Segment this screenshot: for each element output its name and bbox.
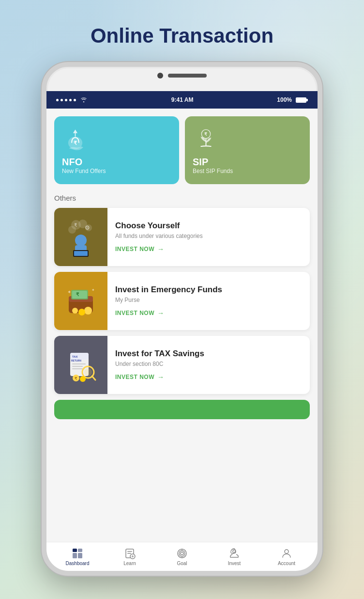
tax-savings-content: Invest for TAX Savings Under section 80C… [107,336,212,394]
svg-text:RETURN: RETURN [71,359,81,362]
nfo-card[interactable]: ₹ NFO New Fund Offers [54,116,179,184]
nfo-subtitle: New Fund Offers [62,168,106,174]
svg-text:₹: ₹ [74,140,77,146]
status-bar: 9:41 AM 100% [46,91,318,109]
svg-text:✦: ✦ [67,289,71,295]
list-item[interactable]: TAX RETURN ₹ [54,336,310,394]
svg-point-5 [75,235,87,246]
svg-text:₹: ₹ [204,132,207,137]
svg-point-20 [84,307,92,315]
svg-rect-41 [78,553,82,558]
svg-point-48 [181,552,183,555]
invest-now-label-3: INVEST NOW [115,374,154,380]
tax-savings-desc: Under section 80C [115,361,204,367]
svg-text:₹: ₹ [76,292,79,297]
choose-yourself-title: Choose Yourself [115,221,203,231]
emergency-funds-image: ₹ ✦ ✦ [54,272,107,330]
account-label: Account [278,561,295,566]
invest-label: Invest [228,561,241,566]
top-cards-row: ₹ NFO New Fund Offers [54,116,310,184]
svg-rect-8 [74,251,88,256]
emergency-funds-invest-btn[interactable]: INVEST NOW → [115,309,222,317]
nfo-icon: ₹ [62,126,89,153]
svg-point-21 [78,309,85,315]
signal-dot-4 [69,99,72,101]
signal-dot-2 [61,99,63,101]
svg-point-47 [179,551,185,556]
scroll-content[interactable]: ₹ NFO New Fund Offers [46,109,318,542]
status-time: 9:41 AM [171,96,194,103]
signal-dot-1 [56,99,59,101]
emergency-funds-desc: My Purse [115,297,222,303]
sip-card[interactable]: ₹ SIP Best SIP Funds [185,116,310,184]
svg-text:⚙: ⚙ [85,224,90,231]
choose-yourself-image: ₹ ⚙ [54,208,107,266]
arrow-icon-2: → [157,309,165,317]
arrow-icon-3: → [157,373,165,381]
tax-savings-invest-btn[interactable]: INVEST NOW → [115,373,204,381]
partial-card [54,400,310,419]
svg-rect-18 [72,291,87,299]
svg-rect-40 [73,553,77,558]
svg-rect-29 [72,363,86,364]
list-item[interactable]: ₹ ✦ ✦ Invest in Emergency Funds My Purse [54,272,310,330]
svg-text:✦: ✦ [91,288,95,292]
battery-icon [296,97,308,103]
nav-item-dashboard[interactable]: Dashboard [51,548,104,566]
battery-percent: 100% [277,96,292,103]
learn-label: Learn [123,561,136,566]
svg-rect-38 [73,549,77,552]
nav-item-learn[interactable]: Learn [104,548,156,566]
phone-frame: 9:41 AM 100% [42,62,322,576]
svg-rect-44 [127,553,131,554]
phone-screen: 9:41 AM 100% [46,91,318,571]
dashboard-icon [72,548,83,559]
svg-line-34 [92,376,95,380]
svg-rect-30 [72,366,83,367]
choose-yourself-invest-btn[interactable]: INVEST NOW → [115,245,203,253]
arrow-icon-1: → [157,245,165,253]
svg-rect-43 [127,551,132,552]
battery-area: 100% [277,96,308,103]
svg-point-33 [84,368,92,376]
list-item[interactable]: ₹ ⚙ Choose Yourself All funds under vari… [54,208,310,266]
learn-icon [124,548,136,559]
invest-now-label-1: INVEST NOW [115,246,154,252]
svg-point-36 [80,376,86,382]
others-label: Others [54,194,310,202]
choose-yourself-desc: All funds under various categories [115,233,203,239]
invest-now-label-2: INVEST NOW [115,310,154,316]
tax-savings-title: Invest for TAX Savings [115,349,204,359]
tax-savings-image: TAX RETURN ₹ [54,336,107,394]
signal-dot-5 [74,99,76,101]
wifi-icon [80,96,88,104]
svg-point-22 [72,308,78,314]
sip-subtitle: Best SIP Funds [193,168,233,174]
nav-item-goal[interactable]: Goal [156,548,208,566]
sip-title: SIP [193,157,208,168]
nav-item-invest[interactable]: Invest [208,548,260,566]
svg-point-52 [285,550,288,553]
signal-area [56,96,88,104]
goal-label: Goal [177,561,187,566]
svg-text:TAX: TAX [72,355,78,358]
camera-dot [157,73,163,79]
page-title: Online Transaction [91,24,273,47]
nav-item-account[interactable]: Account [260,548,313,566]
emergency-funds-content: Invest in Emergency Funds My Purse INVES… [107,272,230,330]
speaker-bar [168,74,207,78]
choose-yourself-content: Choose Yourself All funds under various … [107,208,211,266]
phone-top [157,73,207,79]
signal-dot-3 [65,99,67,101]
sip-icon: ₹ [193,126,219,153]
dashboard-label: Dashboard [66,561,90,566]
svg-text:₹: ₹ [74,222,77,228]
invest-icon [228,548,240,559]
goal-icon [176,548,188,559]
emergency-funds-title: Invest in Emergency Funds [115,285,222,295]
bottom-nav: Dashboard Learn [46,542,318,571]
account-icon [281,548,292,559]
nfo-title: NFO [62,157,82,168]
svg-rect-39 [78,549,82,552]
